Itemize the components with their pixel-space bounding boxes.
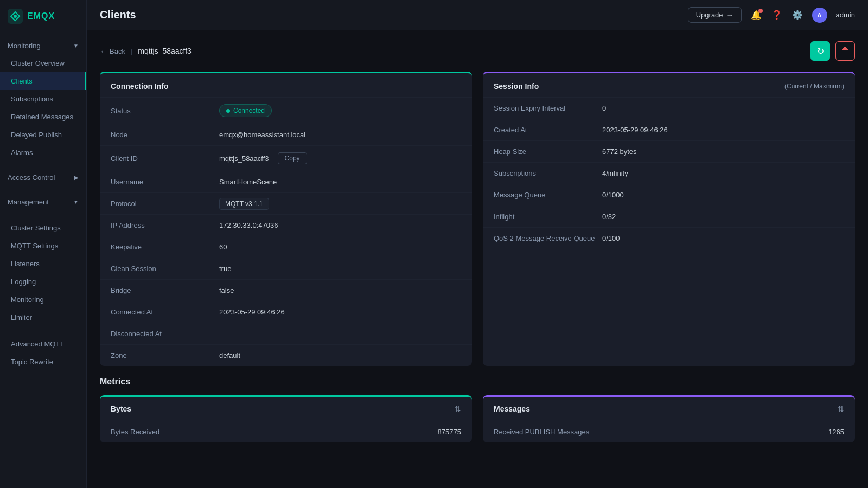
management-group[interactable]: Management ▼ bbox=[0, 192, 86, 210]
received-publish-label: Received PUBLISH Messages bbox=[494, 428, 589, 436]
topbar-right: Upgrade → 🔔 ❓ ⚙️ A admin bbox=[688, 7, 855, 23]
sidebar-item-subscriptions[interactable]: Subscriptions bbox=[0, 90, 86, 108]
sidebar-item-listeners[interactable]: Listeners bbox=[0, 255, 86, 273]
avatar: A bbox=[812, 8, 827, 23]
bytes-received-label: Bytes Received bbox=[111, 428, 159, 436]
notification-icon[interactable]: 🔔 bbox=[750, 9, 762, 21]
sidebar-item-logging[interactable]: Logging bbox=[0, 273, 86, 291]
admin-label: admin bbox=[836, 11, 855, 19]
client-id-row: Client ID mqttjs_58aacff3 Copy bbox=[100, 146, 472, 171]
inflight-row: Inflight 0/32 bbox=[483, 206, 855, 228]
node-value: emqx@homeassistant.local bbox=[219, 131, 461, 139]
connection-info-table: Status Connected Node emqx@homeassistant… bbox=[100, 98, 472, 366]
notification-dot bbox=[758, 9, 763, 13]
zone-label: Zone bbox=[111, 351, 219, 359]
heap-size-value: 6772 bytes bbox=[602, 147, 844, 156]
disconnected-at-label: Disconnected At bbox=[111, 330, 219, 338]
delete-button[interactable]: 🗑 bbox=[835, 41, 855, 61]
zone-row: Zone default bbox=[100, 345, 472, 366]
qos2-label: QoS 2 Message Receive Queue bbox=[494, 234, 602, 242]
sidebar: EMQX Monitoring ▼ Cluster Overview Clien… bbox=[0, 0, 87, 488]
sidebar-item-limiter[interactable]: Limiter bbox=[0, 309, 86, 326]
bytes-received-value: 875775 bbox=[438, 428, 461, 436]
sidebar-item-alarms[interactable]: Alarms bbox=[0, 144, 86, 162]
heap-size-row: Heap Size 6772 bytes bbox=[483, 141, 855, 163]
protocol-label: Protocol bbox=[111, 200, 219, 208]
session-expiry-value: 0 bbox=[602, 104, 844, 112]
connection-info-title: Connection Info bbox=[111, 82, 169, 91]
bytes-received-row: Bytes Received 875775 bbox=[100, 421, 472, 442]
messages-expand-icon[interactable]: ⇅ bbox=[838, 404, 844, 413]
management-section: Management ▼ Cluster Settings MQTT Setti… bbox=[0, 189, 86, 374]
metrics-title: Metrics bbox=[100, 377, 855, 387]
topbar: Clients Upgrade → 🔔 ❓ ⚙️ A admin bbox=[87, 0, 868, 30]
protocol-value: MQTT v3.1.1 bbox=[219, 200, 461, 208]
status-value: Connected bbox=[219, 104, 461, 117]
received-publish-value: 1265 bbox=[828, 428, 844, 436]
connected-at-label: Connected At bbox=[111, 308, 219, 316]
settings-icon[interactable]: ⚙️ bbox=[792, 9, 803, 21]
inflight-label: Inflight bbox=[494, 213, 602, 221]
bytes-expand-icon[interactable]: ⇅ bbox=[455, 404, 461, 413]
sidebar-item-monitoring-sub[interactable]: Monitoring bbox=[0, 291, 86, 309]
refresh-button[interactable]: ↻ bbox=[810, 41, 830, 61]
chevron-icon: ▼ bbox=[73, 43, 79, 49]
node-label: Node bbox=[111, 131, 219, 139]
session-info-header: Session Info (Current / Maximum) bbox=[483, 73, 855, 98]
username-value: SmartHomeScene bbox=[219, 178, 461, 186]
sidebar-item-cluster-settings[interactable]: Cluster Settings bbox=[0, 219, 86, 237]
username-row: Username SmartHomeScene bbox=[100, 171, 472, 193]
bytes-card-title: Bytes bbox=[111, 404, 131, 413]
sidebar-item-clients[interactable]: Clients bbox=[0, 72, 86, 90]
content: ← Back | mqttjs_58aacff3 ↻ 🗑 Connection … bbox=[87, 30, 868, 488]
arrow-right-icon: → bbox=[726, 11, 733, 19]
section-label bbox=[0, 210, 86, 219]
status-dot bbox=[226, 109, 230, 113]
keepalive-label: Keepalive bbox=[111, 243, 219, 251]
bytes-card-header: Bytes ⇅ bbox=[100, 397, 472, 421]
clean-session-label: Clean Session bbox=[111, 265, 219, 273]
sidebar-item-delayed-publish[interactable]: Delayed Publish bbox=[0, 126, 86, 144]
sidebar-item-mqtt-settings[interactable]: MQTT Settings bbox=[0, 237, 86, 255]
page-title: Clients bbox=[100, 9, 136, 21]
help-icon[interactable]: ❓ bbox=[771, 9, 783, 21]
message-queue-label: Message Queue bbox=[494, 191, 602, 199]
status-badge: Connected bbox=[219, 104, 272, 117]
connected-at-row: Connected At 2023-05-29 09:46:26 bbox=[100, 301, 472, 323]
messages-card-title: Messages bbox=[494, 404, 530, 413]
sidebar-item-cluster-overview[interactable]: Cluster Overview bbox=[0, 54, 86, 72]
sidebar-item-topic-rewrite[interactable]: Topic Rewrite bbox=[0, 353, 86, 371]
session-info-card: Session Info (Current / Maximum) Session… bbox=[483, 72, 855, 366]
bridge-value: false bbox=[219, 286, 461, 294]
clean-session-row: Clean Session true bbox=[100, 258, 472, 280]
upgrade-button[interactable]: Upgrade → bbox=[688, 7, 742, 23]
session-created-at-row: Created At 2023-05-29 09:46:26 bbox=[483, 119, 855, 141]
sidebar-item-retained-messages[interactable]: Retained Messages bbox=[0, 108, 86, 126]
breadcrumb-client-id: mqttjs_58aacff3 bbox=[138, 47, 192, 55]
breadcrumb-actions: ↻ 🗑 bbox=[810, 41, 855, 61]
access-control-group[interactable]: Access Control ▶ bbox=[0, 168, 86, 186]
bridge-label: Bridge bbox=[111, 286, 219, 294]
copy-button[interactable]: Copy bbox=[278, 152, 307, 164]
access-control-section: Access Control ▶ bbox=[0, 165, 86, 189]
connected-at-value: 2023-05-29 09:46:26 bbox=[219, 308, 461, 316]
protocol-row: Protocol MQTT v3.1.1 bbox=[100, 193, 472, 215]
status-row: Status Connected bbox=[100, 98, 472, 124]
back-button[interactable]: ← Back bbox=[100, 47, 125, 55]
session-expiry-label: Session Expiry Interval bbox=[494, 104, 602, 112]
client-id-value: mqttjs_58aacff3 Copy bbox=[219, 152, 461, 164]
breadcrumb: ← Back | mqttjs_58aacff3 ↻ 🗑 bbox=[100, 41, 855, 61]
connection-info-header: Connection Info bbox=[100, 73, 472, 98]
back-arrow-icon: ← bbox=[100, 47, 107, 55]
keepalive-row: Keepalive 60 bbox=[100, 236, 472, 258]
monitoring-section: Monitoring ▼ Cluster Overview Clients Su… bbox=[0, 33, 86, 165]
monitoring-group[interactable]: Monitoring ▼ bbox=[0, 36, 86, 54]
message-queue-row: Message Queue 0/1000 bbox=[483, 184, 855, 206]
ip-address-value: 172.30.33.0:47036 bbox=[219, 221, 461, 229]
sidebar-item-advanced-mqtt[interactable]: Advanced MQTT bbox=[0, 335, 86, 353]
chevron-right-icon: ▶ bbox=[74, 175, 79, 181]
session-info-subtitle: (Current / Maximum) bbox=[784, 82, 844, 90]
svg-point-1 bbox=[14, 15, 17, 18]
connection-info-card: Connection Info Status Connected Nod bbox=[100, 72, 472, 366]
qos2-value: 0/100 bbox=[602, 234, 844, 242]
